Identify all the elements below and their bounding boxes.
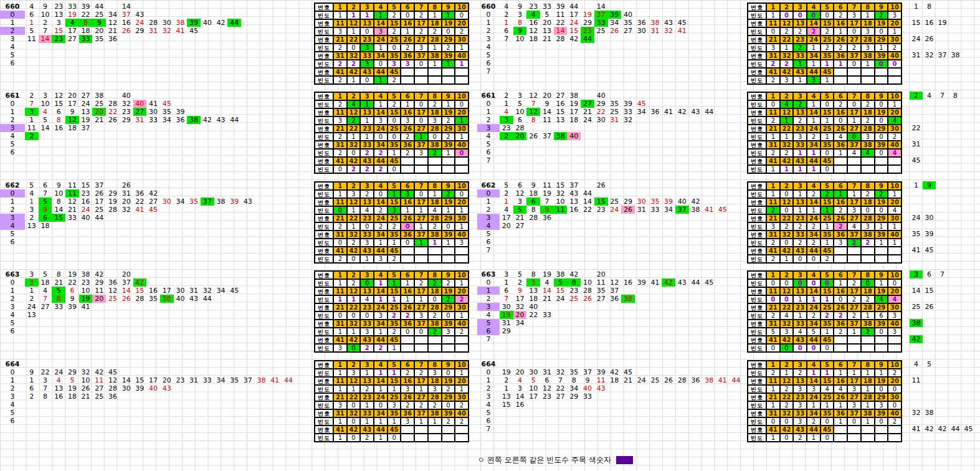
table-number-header-cell[interactable]: 21 bbox=[766, 125, 780, 133]
lotto-number-cell[interactable]: 2 bbox=[500, 189, 513, 197]
table-pad-cell[interactable] bbox=[861, 165, 875, 173]
lotto-number-cell[interactable]: 17 bbox=[526, 392, 540, 401]
lotto-number-cell[interactable]: 23 bbox=[79, 278, 93, 287]
lotto-number-cell[interactable]: 18 bbox=[39, 222, 52, 230]
table-number-header-cell[interactable]: 27 bbox=[414, 125, 428, 133]
number-header-label[interactable]: 번호 bbox=[748, 182, 766, 190]
lotto-number-cell[interactable]: 34 bbox=[635, 108, 649, 116]
number-header-label[interactable]: 번호 bbox=[315, 182, 333, 190]
freq-value-cell[interactable]: 1 bbox=[347, 206, 361, 214]
table-number-header-cell[interactable]: 8 bbox=[861, 182, 875, 190]
table-number-header-cell[interactable]: 41 bbox=[333, 247, 347, 255]
freq-value-cell[interactable]: 1 bbox=[455, 312, 469, 320]
table-number-header-cell[interactable]: 30 bbox=[888, 303, 902, 312]
lotto-number-cell[interactable]: 41 bbox=[146, 100, 160, 108]
lotto-number-cell[interactable]: 24 bbox=[79, 206, 93, 214]
notable-number-cell[interactable]: 30 bbox=[923, 214, 936, 222]
table-number-header-cell[interactable]: 26 bbox=[834, 393, 847, 401]
freq-value-cell[interactable]: 0 bbox=[875, 149, 888, 157]
frequency-header-label[interactable]: 빈도 bbox=[748, 328, 766, 336]
freq-value-cell[interactable]: 3 bbox=[861, 133, 875, 141]
freq-value-cell[interactable]: 1 bbox=[374, 279, 388, 287]
freq-value-cell[interactable]: 2 bbox=[766, 76, 780, 84]
lotto-number-cell[interactable]: 37 bbox=[594, 11, 608, 19]
freq-value-cell[interactable]: 3 bbox=[861, 27, 875, 36]
freq-value-cell[interactable]: 2 bbox=[442, 279, 455, 287]
freq-value-cell[interactable]: 0 bbox=[347, 434, 361, 442]
row-label-cell[interactable]: 5 bbox=[477, 51, 500, 59]
table-number-header-cell[interactable]: 36 bbox=[834, 231, 847, 239]
table-number-header-cell[interactable]: 4 bbox=[807, 92, 821, 100]
notable-number-cell[interactable]: 1 bbox=[910, 181, 923, 189]
row-label-cell[interactable]: 6 bbox=[0, 148, 25, 156]
table-number-header-cell[interactable]: 21 bbox=[333, 36, 347, 44]
freq-value-cell[interactable]: 3 bbox=[428, 117, 442, 125]
lotto-number-cell[interactable]: 26 bbox=[662, 376, 675, 384]
lotto-number-cell[interactable]: 36 bbox=[106, 278, 120, 287]
table-number-header-cell[interactable]: 26 bbox=[834, 36, 847, 44]
table-pad-cell[interactable] bbox=[875, 255, 888, 263]
lotto-number-cell[interactable]: 5 bbox=[526, 376, 540, 384]
table-number-header-cell[interactable]: 11 bbox=[333, 377, 347, 385]
lotto-number-cell[interactable]: 36 bbox=[649, 108, 662, 116]
number-header-label[interactable]: 번호 bbox=[748, 409, 766, 417]
freq-value-cell[interactable]: 2 bbox=[766, 312, 780, 320]
row-label-cell[interactable]: 5 bbox=[0, 230, 25, 238]
table-number-header-cell[interactable]: 29 bbox=[875, 214, 888, 222]
freq-value-cell[interactable]: 1 bbox=[414, 417, 428, 426]
freq-value-cell[interactable]: 1 bbox=[821, 295, 834, 303]
freq-value-cell[interactable]: 1 bbox=[388, 369, 401, 377]
row-label-cell[interactable]: 3 bbox=[477, 392, 500, 401]
table-number-header-cell[interactable]: 9 bbox=[442, 361, 455, 369]
winning-number[interactable]: 26 bbox=[120, 181, 133, 189]
winning-number[interactable]: 15 bbox=[554, 181, 568, 189]
freq-value-cell[interactable]: 2 bbox=[780, 27, 794, 36]
frequency-header-label[interactable]: 빈도 bbox=[748, 100, 766, 108]
lotto-number-cell[interactable]: 14 bbox=[52, 206, 65, 214]
table-number-header-cell[interactable]: 36 bbox=[401, 231, 414, 239]
lotto-number-cell[interactable]: 20 bbox=[540, 19, 554, 27]
notable-number-cell[interactable]: 9 bbox=[923, 181, 936, 189]
table-number-header-cell[interactable]: 20 bbox=[888, 287, 902, 295]
freq-value-cell[interactable]: 0 bbox=[807, 11, 821, 19]
lotto-number-cell[interactable]: 41 bbox=[79, 303, 93, 311]
lotto-number-cell[interactable]: 41 bbox=[702, 206, 716, 214]
table-number-header-cell[interactable]: 7 bbox=[847, 271, 861, 279]
lotto-number-cell[interactable]: 43 bbox=[662, 19, 675, 27]
freq-value-cell[interactable]: 3 bbox=[333, 344, 347, 352]
lotto-number-cell[interactable]: 45 bbox=[160, 100, 174, 108]
table-number-header-cell[interactable]: 35 bbox=[821, 52, 834, 60]
table-number-header-cell[interactable]: 21 bbox=[766, 303, 780, 312]
freq-value-cell[interactable]: 2 bbox=[793, 239, 807, 247]
freq-value-cell[interactable]: 0 bbox=[347, 312, 361, 320]
number-header-label[interactable]: 번호 bbox=[748, 426, 766, 434]
freq-value-cell[interactable]: 0 bbox=[766, 100, 780, 108]
lotto-number-cell[interactable]: 14 bbox=[540, 108, 554, 116]
lotto-number-cell[interactable]: 20 bbox=[120, 197, 133, 206]
frequency-header-label[interactable]: 빈도 bbox=[748, 60, 766, 68]
freq-value-cell[interactable]: 1 bbox=[388, 344, 401, 352]
lotto-number-cell[interactable]: 30 bbox=[120, 384, 133, 392]
table-number-header-cell[interactable]: 14 bbox=[807, 287, 821, 295]
freq-value-cell[interactable]: 3 bbox=[888, 312, 902, 320]
table-pad-cell[interactable] bbox=[847, 336, 861, 344]
table-number-header-cell[interactable]: 19 bbox=[875, 287, 888, 295]
table-pad-cell[interactable] bbox=[428, 255, 442, 263]
table-pad-cell[interactable] bbox=[834, 165, 847, 173]
freq-value-cell[interactable]: 0 bbox=[414, 190, 428, 198]
lotto-number-cell[interactable]: 27 bbox=[621, 27, 635, 35]
lotto-number-cell[interactable]: 38 bbox=[187, 116, 201, 124]
lotto-number-cell[interactable]: 12 bbox=[540, 384, 554, 392]
freq-value-cell[interactable]: 1 bbox=[888, 100, 902, 108]
freq-value-cell[interactable]: 1 bbox=[333, 417, 347, 426]
freq-value-cell[interactable]: 0 bbox=[888, 60, 902, 68]
lotto-number-cell[interactable]: 21 bbox=[540, 295, 554, 303]
table-number-header-cell[interactable]: 34 bbox=[374, 409, 388, 417]
lotto-number-cell[interactable]: 31 bbox=[133, 116, 147, 124]
freq-value-cell[interactable]: 1 bbox=[360, 133, 374, 141]
table-number-header-cell[interactable]: 20 bbox=[455, 198, 469, 206]
freq-value-cell[interactable]: 2 bbox=[766, 239, 780, 247]
lotto-number-cell[interactable]: 16 bbox=[120, 19, 133, 27]
table-pad-cell[interactable] bbox=[442, 165, 455, 173]
lotto-number-cell[interactable]: 12 bbox=[106, 287, 120, 295]
